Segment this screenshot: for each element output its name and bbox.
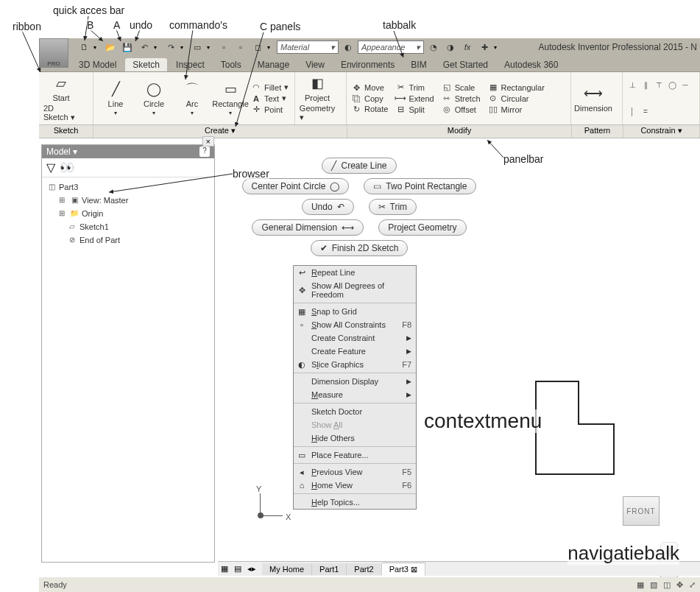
doc-tab-part1[interactable]: Part1 xyxy=(312,563,347,575)
ctx-item[interactable]: ▦Snap to Grid xyxy=(294,305,416,318)
tree-sketch[interactable]: ▱Sketch1 xyxy=(46,220,210,233)
copy-button[interactable]: ⿻Copy xyxy=(351,94,388,103)
ctx-item[interactable]: Help Topics... xyxy=(294,496,416,509)
split-button[interactable]: ⊟Split xyxy=(395,105,434,114)
dimension-button[interactable]: ⟷Dimension xyxy=(576,85,611,113)
panel-label-create[interactable]: Create ▾ xyxy=(93,125,347,138)
layout-icon[interactable]: ▦ xyxy=(218,564,231,574)
status-icon[interactable]: ⤢ xyxy=(689,580,696,590)
constraint-icon[interactable]: ∥ xyxy=(640,80,651,91)
create-line-button[interactable]: ╱Create Line xyxy=(322,158,396,174)
app-logo[interactable]: PRO xyxy=(39,38,68,68)
view-cube[interactable]: FRONT xyxy=(623,496,660,526)
project-geometry-button[interactable]: ◧ Project Geometry ▾ xyxy=(300,74,335,122)
extend-button[interactable]: ⟼Extend xyxy=(395,94,434,103)
finish-sketch-button[interactable]: ✔Finish 2D Sketch xyxy=(311,240,409,256)
browser-header[interactable]: Model ▾? xyxy=(42,145,214,158)
status-icon[interactable]: ◫ xyxy=(663,580,671,590)
mirror-button[interactable]: ▯▯Mirror xyxy=(488,105,545,114)
qat-btn[interactable]: ▫ xyxy=(216,40,231,54)
component-icon[interactable]: ◻ xyxy=(250,40,265,54)
tab-inspect[interactable]: Inspect xyxy=(169,58,212,71)
fillet-button[interactable]: ◠Fillet ▾ xyxy=(251,82,289,92)
tab-autodesk-360[interactable]: Autodesk 360 xyxy=(497,58,565,71)
general-dimension-button[interactable]: General Dimension⟷ xyxy=(252,219,364,236)
ctx-item[interactable]: ↩Repeat Line xyxy=(294,266,416,279)
layout-icon[interactable]: ▤ xyxy=(231,564,244,574)
tab-manage[interactable]: Manage xyxy=(250,58,297,71)
constraint-icon[interactable]: ⊤ xyxy=(654,80,664,91)
ctx-item[interactable]: ◂Previous ViewF5 xyxy=(294,465,416,479)
ctx-item[interactable]: ✥Show All Degrees of Freedom xyxy=(294,279,416,301)
status-icon[interactable]: ▦ xyxy=(637,580,644,590)
plus-icon[interactable]: ✚ xyxy=(477,40,492,54)
two-point-rect-button[interactable]: ▭Two Point Rectangle xyxy=(364,178,476,194)
qat-btn[interactable]: ▫ xyxy=(233,40,248,54)
help-icon[interactable]: ? xyxy=(199,147,210,157)
point-button[interactable]: ✛Point xyxy=(251,105,289,114)
circ-pattern-button[interactable]: ⊙Circular xyxy=(488,94,545,103)
new-icon[interactable]: 🗋 xyxy=(77,40,91,54)
stretch-button[interactable]: ⇿Stretch xyxy=(442,94,481,103)
redo-icon[interactable]: ↷ xyxy=(163,40,178,54)
tree-view[interactable]: ⊞▣View: Master xyxy=(46,194,210,207)
doc-tab-part2[interactable]: Part2 xyxy=(347,563,381,575)
project-geometry-button[interactable]: Project Geometry xyxy=(378,219,466,236)
undo-button[interactable]: Undo↶ xyxy=(302,199,354,215)
nav-icon[interactable]: ◂▸ xyxy=(244,564,262,574)
open-icon[interactable]: 📂 xyxy=(103,40,118,54)
undo-icon[interactable]: ↶ xyxy=(137,40,152,54)
text-button[interactable]: AText ▾ xyxy=(251,94,289,103)
move-button[interactable]: ✥Move xyxy=(351,83,388,93)
close-icon[interactable]: × xyxy=(202,136,214,147)
doc-tab-home[interactable]: My Home xyxy=(262,563,312,575)
ctx-item[interactable]: Sketch Doctor xyxy=(294,405,416,418)
constraint-icon[interactable]: ─ xyxy=(680,80,690,91)
ctx-item[interactable]: Dimension Display▶ xyxy=(294,375,416,388)
ctx-item[interactable]: Create Feature▶ xyxy=(294,345,416,358)
ctx-item[interactable]: ◐Slice GraphicsF7 xyxy=(294,358,416,371)
offset-button[interactable]: ◎Offset xyxy=(442,105,481,114)
adjust-icon[interactable]: ◑ xyxy=(443,40,458,54)
select-icon[interactable]: ▭ xyxy=(190,40,205,54)
constraint-icon[interactable]: = xyxy=(640,106,651,116)
status-icon[interactable]: ▧ xyxy=(650,580,657,590)
ctx-item[interactable]: Hide Others xyxy=(294,431,416,445)
binoculars-icon[interactable]: 👀 xyxy=(60,161,74,175)
appearance-icon[interactable]: ◔ xyxy=(426,40,441,54)
tree-origin[interactable]: ⊞📁Origin xyxy=(46,207,210,220)
status-icon[interactable]: ✥ xyxy=(676,580,683,590)
material-browser-icon[interactable]: ◐ xyxy=(341,40,356,54)
ctx-item[interactable]: Measure▶ xyxy=(294,388,416,401)
rectangle-button[interactable]: ▭Rectangle▾ xyxy=(213,80,248,116)
tab-view[interactable]: View xyxy=(298,58,332,71)
constraint-icon[interactable]: │ xyxy=(627,106,637,116)
tab-get-started[interactable]: Get Started xyxy=(436,58,495,71)
constraint-icon[interactable]: ⊥ xyxy=(627,80,637,91)
ctx-item[interactable]: Create Constraint▶ xyxy=(294,331,416,345)
appearance-dropdown[interactable]: Appearance▾ xyxy=(358,40,424,54)
tab-bim[interactable]: BIM xyxy=(403,58,434,71)
ctx-item[interactable]: ▭Place Feature... xyxy=(294,448,416,462)
center-circle-button[interactable]: Center Point Circle◯ xyxy=(242,178,350,194)
ctx-item[interactable]: ⌂Home ViewF6 xyxy=(294,479,416,492)
line-button[interactable]: ╱Line▾ xyxy=(98,80,133,116)
tab-tools[interactable]: Tools xyxy=(213,58,249,71)
trim-button[interactable]: ✂Trim xyxy=(395,82,434,92)
start-2d-sketch-button[interactable]: ▱ Start 2D Sketch ▾ xyxy=(43,74,79,122)
save-icon[interactable]: 💾 xyxy=(120,40,135,54)
fx-icon[interactable]: fx xyxy=(460,40,475,54)
tab-sketch[interactable]: Sketch xyxy=(125,58,167,71)
constraint-icon[interactable]: ◯ xyxy=(667,80,677,91)
circle-button[interactable]: ◯Circle▾ xyxy=(136,80,172,116)
trim-button[interactable]: ✂Trim xyxy=(369,199,417,215)
graphics-canvas[interactable]: ╱Create Line Center Point Circle◯ ▭Two P… xyxy=(218,144,700,563)
close-icon[interactable]: ⊠ xyxy=(411,565,417,574)
tree-root[interactable]: ◫Part3 xyxy=(46,180,210,194)
scale-button[interactable]: ◱Scale xyxy=(442,82,481,92)
doc-tab-part3[interactable]: Part3 ⊠ xyxy=(382,563,425,576)
tab-environments[interactable]: Environments xyxy=(333,58,402,71)
funnel-icon[interactable]: ▽ xyxy=(46,161,55,175)
tab-3d-model[interactable]: 3D Model xyxy=(71,58,124,71)
rect-pattern-button[interactable]: ▦Rectangular xyxy=(488,82,545,92)
